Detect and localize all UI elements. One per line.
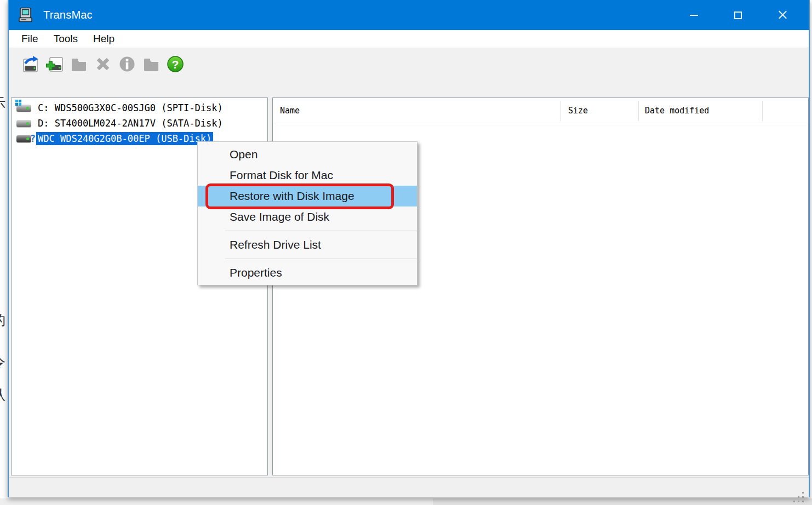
- menu-item-restore-with-disk-image[interactable]: Restore with Disk Image: [198, 186, 417, 206]
- svg-text:?: ?: [172, 58, 179, 71]
- column-header-row: Name Size Date modified: [273, 98, 808, 123]
- info-icon: [118, 55, 136, 73]
- menu-file[interactable]: File: [15, 33, 45, 45]
- drive-label: D: ST4000LM024-2AN17V (SATA-Disk): [36, 117, 225, 130]
- background-cjk-fragment: 的: [0, 313, 7, 327]
- column-header-date-modified[interactable]: Date modified: [645, 106, 709, 116]
- column-separator[interactable]: [762, 101, 763, 121]
- new-disk-image-icon: [45, 55, 64, 73]
- drive-context-menu: Open Format Disk for Mac Restore with Di…: [197, 141, 418, 285]
- background-cjk-fragment: 认: [0, 388, 7, 401]
- maximize-icon: [734, 12, 742, 19]
- sata-disk-icon: [16, 120, 31, 127]
- column-header-size[interactable]: Size: [568, 106, 588, 116]
- background-cjk-fragment: 示: [0, 96, 7, 110]
- background-segment: [433, 498, 812, 505]
- background-below-window: [0, 498, 812, 505]
- new-disk-image-button[interactable]: [45, 54, 65, 74]
- menu-separator: [225, 259, 417, 259]
- open-disk-image-button[interactable]: [21, 54, 41, 74]
- title-bar[interactable]: TransMac: [9, 0, 809, 30]
- status-bar: [9, 477, 809, 497]
- help-button[interactable]: ?: [165, 54, 185, 74]
- maximize-button[interactable]: [725, 0, 751, 30]
- menu-item-save-image-of-disk[interactable]: Save Image of Disk: [198, 206, 417, 227]
- x-icon: [94, 55, 112, 73]
- folder-button: [141, 54, 161, 74]
- drive-label-selected: WDC WDS240G2G0B-00EP (USB-Disk): [36, 132, 213, 145]
- unknown-question-icon: ?: [30, 133, 36, 144]
- folder-icon: [142, 55, 161, 73]
- menu-item-refresh-drive-list[interactable]: Refresh Drive List: [198, 234, 417, 255]
- close-button[interactable]: [769, 0, 796, 30]
- menu-tools[interactable]: Tools: [47, 33, 84, 45]
- open-disk-image-icon: [21, 55, 40, 73]
- background-page-strip: 示 ， 的 令 认: [0, 0, 8, 497]
- window-controls: [662, 0, 809, 30]
- window-title: TransMac: [43, 9, 93, 21]
- info-button: [117, 54, 137, 74]
- minimize-button[interactable]: [681, 0, 707, 30]
- classic-mac-icon: [18, 7, 33, 23]
- menu-bar: File Tools Help: [9, 30, 809, 48]
- drive-label: C: WDS500G3X0C-00SJG0 (SPTI-Disk): [36, 101, 225, 114]
- column-separator[interactable]: [638, 101, 639, 121]
- background-cjk-fragment: 令: [0, 355, 7, 369]
- delete-button: [93, 54, 113, 74]
- background-cjk-fragment: ，: [0, 146, 7, 159]
- menu-separator: [225, 231, 417, 231]
- usb-disk-icon: ?: [16, 135, 31, 142]
- toolbar: ?: [9, 49, 809, 97]
- menu-help[interactable]: Help: [87, 33, 121, 45]
- minimize-icon: [690, 15, 698, 16]
- column-header-name[interactable]: Name: [280, 106, 300, 116]
- resize-grip[interactable]: [802, 492, 804, 493]
- system-disk-icon: [16, 105, 31, 112]
- drive-row-c[interactable]: C: WDS500G3X0C-00SJG0 (SPTI-Disk): [12, 100, 267, 116]
- menu-item-format-disk-for-mac[interactable]: Format Disk for Mac: [198, 165, 417, 186]
- close-icon: [778, 10, 787, 20]
- open-folder-button: [69, 54, 89, 74]
- folder-icon: [70, 55, 88, 73]
- background-segment: [0, 498, 433, 505]
- menu-item-open[interactable]: Open: [198, 144, 417, 165]
- menu-item-properties[interactable]: Properties: [198, 262, 417, 283]
- partition-badge-icon: [15, 100, 18, 102]
- help-icon: ?: [166, 55, 185, 73]
- drive-row-d[interactable]: D: ST4000LM024-2AN17V (SATA-Disk): [12, 116, 267, 131]
- column-separator[interactable]: [561, 101, 561, 121]
